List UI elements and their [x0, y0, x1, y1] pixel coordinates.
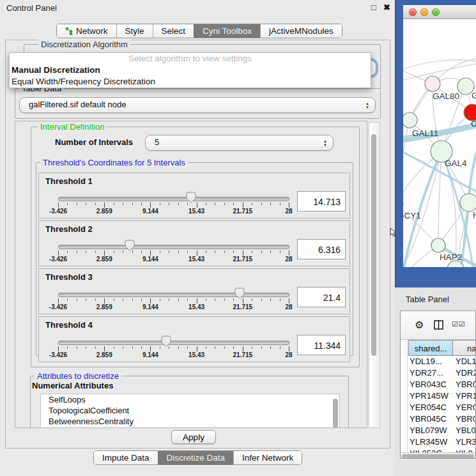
close-window-icon[interactable]: ✖ — [383, 3, 390, 12]
tick-mark — [77, 298, 77, 301]
threshold-value-field[interactable]: 6.316 — [297, 239, 346, 259]
select-columns-checkboxes-icon[interactable]: ☑☑ — [452, 320, 466, 328]
table-body: YDL19...YDL1YDR27...YDR2YBR043CYBR0YPR14… — [401, 356, 475, 459]
threshold-slider-track[interactable] — [58, 341, 289, 345]
settings-scrollbar-thumb[interactable] — [371, 134, 376, 356]
tick-mark — [243, 203, 243, 208]
cell-name[interactable]: YBR0 — [456, 413, 475, 425]
threshold-slider-track[interactable] — [58, 245, 289, 249]
combo-arrows-icon: ▲▼ — [365, 102, 369, 109]
tick-mark — [160, 298, 160, 301]
columns-icon[interactable] — [434, 320, 443, 330]
table-panel-title: Table Panel — [406, 295, 449, 304]
cell-shared-name[interactable]: YPR145W — [410, 390, 452, 402]
tick-mark — [77, 203, 77, 205]
threshold-slider-thumb[interactable] — [186, 192, 196, 203]
cell-shared-name[interactable]: YBR045C — [410, 413, 452, 425]
threshold-slider-track[interactable] — [58, 293, 289, 297]
threshold-ticks — [58, 203, 289, 208]
table-data-combo[interactable]: galFiltered.sif default node ▲▼ — [19, 97, 376, 113]
attributes-list-scrollbar[interactable] — [333, 399, 338, 428]
algorithm-placeholder-item[interactable]: Select algorithm to view settings — [10, 53, 371, 65]
network-node-gal11[interactable] — [403, 112, 417, 128]
table-row[interactable]: YLR345WYLR3 — [401, 436, 475, 448]
numerical-attributes-list[interactable]: SelfLoopsTopologicalCoefficientBetweenne… — [40, 394, 340, 428]
tick-label: -3.426 — [39, 256, 77, 263]
tab-select[interactable]: Select — [153, 24, 194, 38]
tab-discretize-data[interactable]: Discretize Data — [158, 451, 234, 464]
discretize-settings-panel: Discretization Algorithm ▲▼ Table Data g… — [5, 40, 390, 449]
threshold-slider-thumb[interactable] — [161, 335, 171, 347]
cell-name[interactable]: YBR0 — [456, 379, 475, 390]
column-header-shared-name[interactable]: shared... — [408, 340, 453, 356]
float-window-icon[interactable]: □ — [371, 3, 376, 12]
tab-style[interactable]: Style — [116, 24, 153, 38]
threshold-label: Threshold 3 — [45, 272, 93, 282]
network-node-hap2[interactable] — [431, 238, 445, 252]
gear-icon[interactable]: ⚙ — [415, 319, 424, 331]
threshold-ticks — [58, 250, 289, 256]
cell-name[interactable]: YER0 — [456, 402, 475, 413]
apply-button[interactable]: Apply — [171, 430, 216, 444]
network-edge — [438, 151, 441, 245]
minimize-traffic-light-icon[interactable] — [420, 8, 428, 16]
tick-label: 15.43 — [178, 351, 216, 358]
threshold-value-field[interactable]: 14.713 — [297, 191, 346, 211]
table-row[interactable]: YPR145WYPR1 — [401, 390, 475, 402]
table-row[interactable]: YBL079WYBL0 — [401, 425, 475, 436]
threshold-value-field[interactable]: 21.4 — [297, 287, 346, 307]
number-of-intervals-combo[interactable]: 5 ▲▼ — [145, 135, 334, 151]
table-row[interactable]: YBR043CYBR0 — [401, 379, 475, 390]
threshold-slider-thumb[interactable] — [125, 240, 135, 251]
screen: Control Panel □ ✖ NetworkStyleSelectCyni… — [0, 0, 476, 476]
threshold-slider-track[interactable] — [58, 197, 289, 201]
tick-mark — [206, 203, 206, 205]
cell-shared-name[interactable]: YDL19... — [410, 356, 452, 367]
cell-shared-name[interactable]: YDR27... — [410, 367, 452, 379]
table-row[interactable]: YER054CYER0 — [401, 402, 475, 413]
attribute-item-selfloops[interactable]: SelfLoops — [41, 394, 339, 405]
table-horizontal-scrollbar[interactable] — [401, 452, 476, 459]
tick-label: 9.144 — [131, 303, 169, 311]
column-header-name[interactable]: na — [452, 340, 476, 356]
tick-mark — [178, 203, 179, 205]
cell-name[interactable]: YPR1 — [456, 390, 475, 402]
attribute-item-topologicalcoefficient[interactable]: TopologicalCoefficient — [41, 405, 339, 416]
threshold-slider-thumb[interactable] — [234, 288, 245, 299]
tick-label: 15.43 — [178, 303, 216, 311]
tab-jactivemnodules[interactable]: jActiveMNodules — [260, 24, 342, 38]
zoom-traffic-light-icon[interactable] — [432, 8, 440, 16]
cell-shared-name[interactable]: YBR043C — [410, 379, 452, 390]
tick-mark — [243, 298, 243, 303]
attribute-item-betweennesscentrality[interactable]: BetweennessCentrality — [41, 416, 339, 427]
tab-impute-data[interactable]: Impute Data — [94, 451, 158, 464]
cell-shared-name[interactable]: YBL079W — [410, 425, 452, 436]
table-row[interactable]: YDL19...YDL1 — [401, 356, 475, 367]
tab-cyni-toolbox[interactable]: Cyni Toolbox — [194, 24, 260, 38]
network-canvas[interactable]: GAL80GACGAL11GAL4GCY1HHAP2 — [403, 19, 476, 267]
table-row[interactable]: YBR045CYBR0 — [401, 413, 475, 425]
table-row[interactable]: YDR27...YDR2 — [401, 367, 475, 379]
cell-name[interactable]: YBL0 — [456, 425, 475, 436]
network-node-h[interactable] — [460, 194, 476, 211]
table-hscrollbar-thumb[interactable] — [402, 454, 474, 459]
table-data-group: Table Data galFiltered.sif default node … — [15, 88, 381, 119]
settings-scrollbar[interactable] — [369, 122, 380, 428]
tab-network[interactable]: Network — [57, 24, 116, 38]
cell-name[interactable]: YLR3 — [456, 436, 475, 448]
tick-label: 21.715 — [224, 208, 262, 215]
threshold-value-field[interactable]: 11.344 — [297, 335, 346, 355]
combo-arrows-icon: ▲▼ — [323, 140, 327, 146]
cell-name[interactable]: YDL1 — [456, 356, 475, 367]
cell-shared-name[interactable]: YLR345W — [410, 436, 452, 448]
network-node-gal80[interactable] — [425, 76, 440, 91]
close-traffic-light-icon[interactable] — [409, 8, 417, 16]
tick-mark — [206, 298, 206, 301]
algorithm-option-manual-discretization[interactable]: Manual Discretization — [10, 65, 371, 76]
cell-name[interactable]: YDR2 — [456, 367, 475, 379]
tab-label: Impute Data — [102, 451, 150, 464]
tab-infer-network[interactable]: Infer Network — [233, 451, 302, 464]
algorithm-option-equal-width-frequency-discretization[interactable]: Equal Width/Frequency Discretization — [10, 76, 371, 88]
top-tab-bar: NetworkStyleSelectCyni ToolboxjActiveMNo… — [56, 24, 342, 38]
cell-shared-name[interactable]: YER054C — [410, 402, 452, 413]
